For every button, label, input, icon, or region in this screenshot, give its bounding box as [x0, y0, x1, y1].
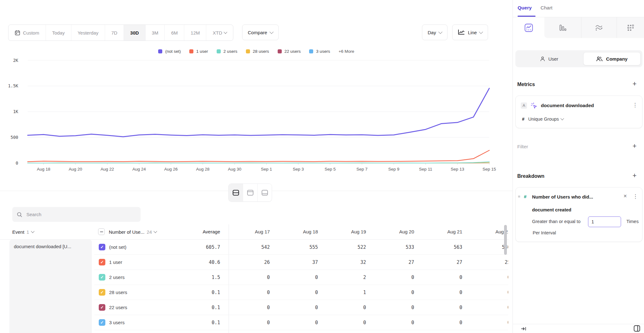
- measure-selector[interactable]: # Unique Groups: [522, 117, 564, 122]
- row-checkbox[interactable]: ✓: [99, 244, 105, 250]
- event-header-label: Event: [12, 229, 24, 235]
- range-6m-button[interactable]: 6M: [165, 25, 184, 41]
- range-label: 12M: [191, 30, 200, 35]
- row-label: 3 users: [109, 315, 125, 330]
- row-checkbox[interactable]: ✓: [99, 259, 105, 265]
- scope-segmented-control: User Company: [515, 50, 642, 67]
- compare-button[interactable]: Compare: [242, 25, 279, 40]
- chart-type-matrix-tab[interactable]: [617, 17, 644, 38]
- range-30d-button[interactable]: 30D: [124, 25, 146, 41]
- range-12m-button[interactable]: 12M: [184, 25, 206, 41]
- y-axis-labels: 05001K1.5K2K: [8, 58, 18, 166]
- close-icon[interactable]: ✕: [623, 194, 627, 199]
- series-line-2-users: [28, 162, 489, 163]
- row-average-value: 1.5: [176, 270, 220, 285]
- date-column-header[interactable]: Aug 22: [462, 224, 508, 239]
- date-range-group: CustomTodayYesterday7D30D3M6M12MXTD: [8, 25, 233, 41]
- table-rows: ✓(not set)605.7542555522533563530✓1 user…: [0, 240, 513, 333]
- range-today-button[interactable]: Today: [46, 25, 71, 41]
- search-input[interactable]: [26, 211, 136, 217]
- line-chart: Aug 18Aug 20Aug 22Aug 24Aug 26Aug 28Aug …: [0, 44, 513, 179]
- collapse-panel-icon[interactable]: [521, 326, 526, 331]
- row-cell-value: 2: [318, 270, 366, 285]
- date-column-header[interactable]: Aug 18: [270, 224, 318, 239]
- event-count: 1: [26, 229, 29, 235]
- top-bar-view-icon: [247, 190, 254, 196]
- row-cell-value: 0: [366, 270, 414, 285]
- row-checkbox[interactable]: ✓: [99, 304, 105, 311]
- x-tick-label: Sep 7: [356, 167, 367, 172]
- layout-table-only-button[interactable]: [258, 184, 272, 201]
- tab-query[interactable]: Query: [518, 5, 532, 11]
- breakdown-card[interactable]: ≡ # Number of Users who did... ✕ ⋮ docum…: [515, 187, 642, 242]
- row-average-value: 605.7: [176, 240, 220, 255]
- add-metric-button[interactable]: +: [631, 81, 638, 87]
- range-custom-button[interactable]: Custom: [8, 25, 46, 41]
- row-values: 000000: [229, 300, 508, 315]
- scope-company-option[interactable]: Company: [583, 52, 641, 65]
- chart-type-flow-tab[interactable]: [581, 17, 617, 38]
- chart-type-line-tab[interactable]: [513, 17, 544, 38]
- granularity-button[interactable]: Day: [422, 25, 447, 40]
- range-yesterday-button[interactable]: Yesterday: [71, 25, 105, 41]
- date-column-header[interactable]: Aug 17: [229, 224, 270, 239]
- date-column-headers: Aug 17Aug 18Aug 19Aug 20Aug 21Aug 22: [229, 224, 508, 239]
- row-checkbox[interactable]: ✓: [99, 289, 105, 296]
- range-3m-button[interactable]: 3M: [146, 25, 165, 41]
- x-tick-label: Aug 22: [101, 167, 114, 172]
- row-cell-value: 27: [366, 255, 414, 270]
- breakdown-column-header[interactable]: Number of Use... 24: [109, 224, 157, 239]
- row-checkbox[interactable]: ✓: [99, 274, 105, 281]
- row-cell-value: 37: [270, 255, 318, 270]
- date-column-header[interactable]: Aug 21: [414, 224, 462, 239]
- row-cell-value: 0: [229, 315, 270, 330]
- range-7d-button[interactable]: 7D: [105, 25, 124, 41]
- tab-chart[interactable]: Chart: [541, 5, 552, 11]
- date-column-header[interactable]: Aug 20: [366, 224, 414, 239]
- user-icon: [540, 56, 545, 62]
- table-header: Event 1 Number of Use... 24 Average Aug …: [0, 224, 513, 239]
- add-filter-button[interactable]: +: [631, 143, 638, 150]
- chevron-down-icon: [479, 30, 483, 34]
- layout-split-button[interactable]: [229, 184, 243, 201]
- metric-card[interactable]: A document downloaded ⋮ # Unique Groups: [515, 96, 642, 128]
- x-tick-label: Sep 9: [388, 167, 399, 172]
- metric-event-name: document downloaded: [541, 103, 594, 108]
- times-input[interactable]: [588, 216, 621, 227]
- scope-user-option[interactable]: User: [515, 50, 583, 67]
- vertical-scrollbar[interactable]: [504, 225, 507, 255]
- line-chart-icon: [458, 30, 465, 35]
- row-cell-value: 1: [318, 285, 366, 300]
- row-checkbox[interactable]: ✓: [99, 319, 105, 326]
- row-cell-value: 0: [229, 300, 270, 315]
- line-chart-icon: [525, 24, 533, 32]
- x-tick-label: Sep 13: [451, 167, 464, 172]
- layout-chart-only-button[interactable]: [243, 184, 258, 201]
- drag-handle-icon[interactable]: ≡: [518, 194, 520, 199]
- x-tick-label: Sep 3: [293, 167, 304, 172]
- row-cell-value: 0: [462, 300, 508, 315]
- row-cell-value: 0: [229, 285, 270, 300]
- row-label: 28 users: [109, 285, 127, 300]
- event-column-header[interactable]: Event 1: [12, 224, 34, 239]
- y-tick-label: 0: [16, 161, 18, 166]
- breakdown-heading: Breakdown: [517, 173, 544, 179]
- add-breakdown-button[interactable]: +: [631, 173, 638, 179]
- metric-kebab-menu[interactable]: ⋮: [632, 102, 638, 108]
- row-cell-value: 0: [318, 315, 366, 330]
- row-label: (not set): [109, 240, 126, 255]
- breakdown-kebab-menu[interactable]: ⋮: [633, 194, 638, 199]
- select-all-checkbox[interactable]: [98, 228, 105, 235]
- range-label: Custom: [23, 30, 39, 35]
- chart-style-button[interactable]: Line: [452, 25, 488, 40]
- times-label: Times: [626, 219, 639, 224]
- date-column-header[interactable]: Aug 19: [318, 224, 366, 239]
- scope-user-label: User: [548, 56, 558, 62]
- range-xtd-button[interactable]: XTD: [206, 25, 233, 41]
- row-cell-value: 0: [270, 270, 318, 285]
- breakdown-condition-label: Greater than or equal to: [532, 219, 580, 224]
- side-panel-toggle-icon[interactable]: [634, 325, 640, 332]
- chart-type-bar-tab[interactable]: [544, 17, 581, 38]
- row-cell-value: 530: [462, 240, 508, 255]
- indeterminate-mark: [100, 232, 103, 232]
